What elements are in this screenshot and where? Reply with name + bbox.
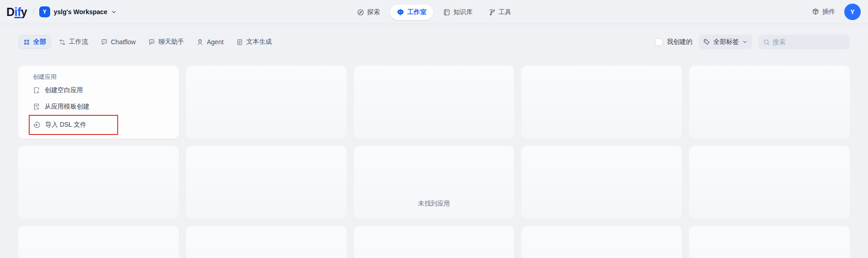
tag-filter-dropdown[interactable]: 全部标签 (699, 35, 752, 49)
plugins-label: 插件 (822, 8, 835, 16)
tag-filter-label: 全部标签 (713, 38, 739, 46)
app-card-placeholder (689, 66, 850, 139)
tab-chatflow[interactable]: Chatflow (96, 36, 140, 48)
tab-chat-assistant[interactable]: 聊天助手 (143, 35, 189, 49)
app-card-placeholder (521, 146, 682, 219)
search-icon (763, 39, 770, 46)
nav-item-tools[interactable]: 工具 (483, 5, 517, 20)
filter-right-controls: 我创建的 全部标签 (655, 35, 850, 49)
create-item-label: 从应用模板创建 (45, 103, 89, 111)
app-grid: 创建应用 创建空白应用 从应用模板创建 导入 DSL 文件 (18, 66, 850, 258)
app-card-placeholder (18, 226, 179, 258)
app-type-tabs: 全部 工作流 Chatflow 聊天助手 Agent (18, 35, 277, 49)
create-blank-app-item[interactable]: 创建空白应用 (29, 82, 168, 98)
chat-bubble-icon (148, 39, 155, 46)
chevron-down-icon (742, 39, 748, 45)
app-card-placeholder (521, 226, 682, 258)
created-by-me-checkbox[interactable] (655, 38, 663, 46)
chevron-down-icon (111, 9, 117, 15)
tab-label: 文本生成 (246, 38, 272, 46)
breadcrumb-separator: / (32, 8, 34, 16)
tag-icon (703, 39, 710, 46)
app-card-placeholder (689, 226, 850, 258)
create-item-label: 创建空白应用 (45, 86, 83, 94)
search-box (759, 35, 850, 49)
main-nav: 探索 工作室 知识库 工具 (351, 0, 517, 24)
logo-text-accent: if (15, 5, 21, 19)
app-header: Dify / Y yslg's Workspace 探索 工作室 知识库 (0, 0, 868, 24)
template-plus-icon (33, 103, 40, 110)
create-item-label: 导入 DSL 文件 (45, 121, 87, 129)
tab-label: 聊天助手 (158, 38, 184, 46)
tab-all[interactable]: 全部 (18, 35, 51, 49)
nav-item-explore[interactable]: 探索 (351, 5, 385, 20)
workspace-selector[interactable]: Y yslg's Workspace (39, 6, 117, 17)
app-card-placeholder (186, 66, 347, 139)
dify-logo[interactable]: Dify (6, 5, 27, 19)
file-plus-icon (33, 87, 40, 94)
tab-text-generation[interactable]: 文本生成 (231, 35, 277, 49)
app-card-placeholder (689, 146, 850, 219)
nav-label: 工作室 (407, 8, 426, 16)
tab-label: 全部 (33, 38, 46, 46)
logo-text: y (21, 5, 27, 19)
create-app-card: 创建应用 创建空白应用 从应用模板创建 导入 DSL 文件 (18, 66, 179, 139)
nav-label: 探索 (367, 8, 380, 16)
chat-bubble-icon (101, 39, 108, 46)
search-input[interactable] (773, 38, 845, 46)
filter-bar: 全部 工作流 Chatflow 聊天助手 Agent (0, 36, 868, 48)
robot-icon (396, 8, 404, 16)
app-card-placeholder (354, 146, 515, 219)
header-right: 插件 Y (812, 4, 861, 20)
tab-workflow[interactable]: 工作流 (54, 35, 93, 49)
app-card-placeholder (18, 146, 179, 219)
document-icon (236, 39, 243, 46)
nav-item-knowledge[interactable]: 知识库 (437, 5, 478, 20)
plugins-button[interactable]: 插件 (812, 8, 835, 16)
import-dsl-item[interactable]: 导入 DSL 文件 (30, 117, 117, 133)
logo-text: D (6, 5, 15, 19)
nav-label: 知识库 (453, 8, 473, 16)
workspace-name: yslg's Workspace (54, 8, 107, 15)
tab-label: 工作流 (69, 38, 88, 46)
app-card-placeholder (186, 226, 347, 258)
hammer-icon (488, 9, 495, 16)
import-icon (33, 121, 41, 129)
nav-item-studio[interactable]: 工作室 (390, 5, 433, 20)
create-from-template-item[interactable]: 从应用模板创建 (29, 98, 168, 115)
created-by-me-toggle[interactable]: 我创建的 (655, 38, 692, 46)
tab-agent[interactable]: Agent (192, 36, 229, 48)
user-avatar[interactable]: Y (844, 4, 861, 20)
dsl-import-highlight-box: 导入 DSL 文件 (29, 115, 118, 135)
created-by-me-label: 我创建的 (667, 38, 692, 46)
compass-icon (357, 9, 364, 16)
nav-label: 工具 (499, 8, 511, 16)
tab-label: Chatflow (111, 38, 135, 46)
grid-dots-icon (23, 39, 30, 46)
workflow-icon (59, 39, 66, 46)
create-app-title: 创建应用 (29, 72, 168, 82)
app-card-placeholder (354, 226, 515, 258)
book-icon (443, 9, 450, 16)
app-card-placeholder (521, 66, 682, 139)
app-card-placeholder (186, 146, 347, 219)
agent-icon (197, 39, 203, 46)
package-icon (812, 8, 819, 15)
tab-label: Agent (207, 38, 223, 46)
workspace-avatar: Y (39, 6, 50, 17)
app-card-placeholder (354, 66, 515, 139)
